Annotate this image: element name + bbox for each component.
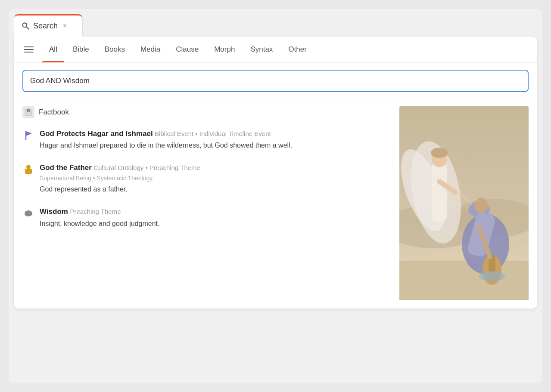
svg-point-6 [26,165,31,169]
result-desc-father: God represented as a father. [40,184,391,194]
filter-tab-media[interactable]: Media [134,37,167,62]
svg-marker-4 [26,131,32,136]
main-panel: All Bible Books Media Clause Morph Synta… [14,37,537,309]
result-thumbnail [399,106,529,302]
search-tab[interactable]: Search × [14,14,83,37]
filter-tab-books[interactable]: Books [98,37,132,62]
factbook-row[interactable]: Factbook [22,106,391,118]
results-area: Factbook God Protects Hagar and Ishmael [14,99,537,309]
filter-tab-syntax[interactable]: Syntax [243,37,280,62]
chat-bubble-icon [24,209,33,218]
result-title-row-wisdom: Wisdom Preaching Theme [40,207,391,217]
factbook-icon [22,106,34,118]
search-input[interactable] [22,70,529,92]
svg-rect-11 [399,261,529,300]
result-item-wisdom[interactable]: Wisdom Preaching Theme Insight, knowledg… [22,207,391,229]
result-content-father: God the Father Cultural Ontology • Preac… [40,163,391,194]
flag-icon [24,130,33,141]
result-title-hagar: God Protects Hagar and Ishmael [40,130,153,138]
result-desc-wisdom: Insight, knowledge and good judgment. [40,219,391,229]
hamburger-line-1 [24,46,34,47]
filter-tab-other[interactable]: Other [281,37,314,62]
svg-rect-5 [25,169,32,174]
search-icon [21,22,30,30]
svg-point-0 [22,23,27,27]
app-container: Search × All Bible Books Media Clause Mo… [9,9,542,383]
bookmark-icon [25,108,32,116]
result-tags-father: Cultural Ontology • Preaching Theme [93,164,200,171]
result-tags-wisdom: Preaching Theme [70,208,121,215]
result-title-father: God the Father [40,164,92,172]
hamburger-line-2 [24,49,34,50]
hamburger-button[interactable] [22,38,40,61]
result-tags-hagar: Biblical Event • Individual Timeline Eve… [155,130,271,137]
result-icon-person [22,164,34,176]
result-title-row-father: God the Father Cultural Ontology • Preac… [40,163,391,173]
svg-rect-16 [432,162,447,222]
svg-line-1 [27,27,29,30]
result-icon-flag [22,130,34,142]
result-content-hagar: God Protects Hagar and Ishmael Biblical … [40,129,391,151]
result-title-wisdom: Wisdom [40,207,68,216]
result-desc-hagar: Hagar and Ishmael prepared to die in the… [40,140,391,151]
painting-image [399,106,529,300]
svg-point-18 [431,148,448,158]
filter-tab-clause[interactable]: Clause [169,37,205,62]
result-subtitle-father: Supernatural Being • Systematic Theology [40,175,391,182]
result-title-row-hagar: God Protects Hagar and Ishmael Biblical … [40,129,391,139]
result-icon-chat [22,207,34,219]
tab-close-button[interactable]: × [63,22,67,30]
person-icon [23,164,34,175]
tab-label: Search [33,22,58,31]
filter-tabs-row: All Bible Books Media Clause Morph Synta… [14,37,537,63]
search-input-area [14,63,537,99]
hamburger-line-3 [24,52,34,52]
filter-tab-all[interactable]: All [42,37,64,62]
filter-tab-morph[interactable]: Morph [207,37,242,62]
svg-point-22 [475,198,488,213]
svg-point-27 [479,271,505,281]
tab-bar: Search × [14,14,537,37]
result-content-wisdom: Wisdom Preaching Theme Insight, knowledg… [40,207,391,229]
result-item-father[interactable]: God the Father Cultural Ontology • Preac… [22,163,391,194]
filter-tab-bible[interactable]: Bible [66,37,96,62]
factbook-label: Factbook [39,108,69,117]
results-list: Factbook God Protects Hagar and Ishmael [22,106,391,302]
result-item-hagar[interactable]: God Protects Hagar and Ishmael Biblical … [22,129,391,151]
